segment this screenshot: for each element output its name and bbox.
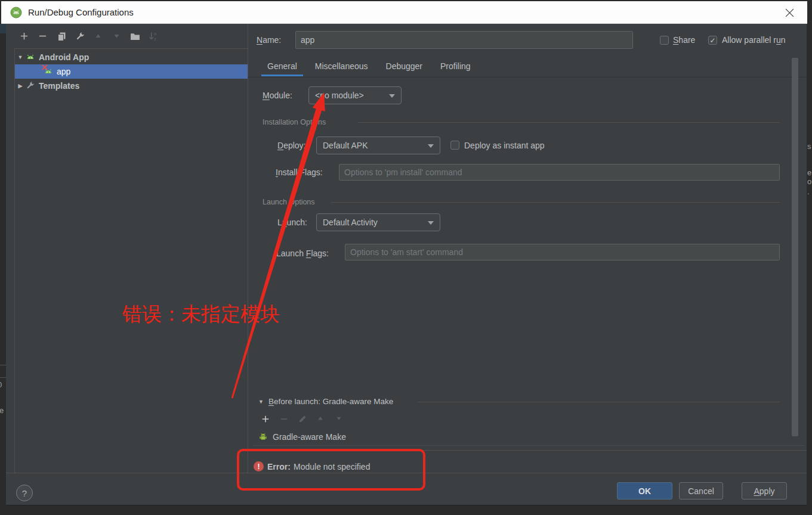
allow-parallel-run-label: Allow parallel run — [722, 35, 786, 45]
remove-icon[interactable] — [38, 31, 48, 41]
tab-debugger[interactable]: Debugger — [380, 58, 429, 76]
wrench-icon — [26, 81, 35, 91]
background-block — [0, 24, 6, 33]
before-launch-toolbar — [261, 415, 344, 424]
task-row-divider — [253, 445, 804, 446]
panel-divider — [248, 24, 248, 473]
android-error-icon — [44, 67, 53, 76]
move-up-icon[interactable] — [93, 31, 103, 41]
configurations-tree: ▼ Android App app ▶ Templates — [14, 48, 248, 473]
name-label: Name: — [257, 35, 281, 45]
configurations-toolbar: az — [19, 31, 159, 41]
installation-options-title: Installation Options — [263, 118, 326, 126]
background-text-fragment: o — [807, 177, 811, 186]
deploy-as-instant-app-label: Deploy as instant app — [464, 141, 545, 150]
before-launch-title: Before launch: Gradle-aware Make — [268, 397, 393, 406]
tab-underline-divider — [248, 77, 807, 77]
launch-dropdown[interactable]: Default Activity — [316, 213, 440, 231]
tab-profiling[interactable]: Profiling — [434, 58, 477, 76]
ok-button[interactable]: OK — [617, 482, 672, 500]
chinese-annotation-text: 错误：未指定模块 — [122, 301, 280, 328]
install-flags-label: Install Flags: — [276, 167, 323, 177]
name-input[interactable] — [295, 31, 633, 49]
module-dropdown[interactable]: <no module> — [308, 86, 402, 104]
tree-item-label: app — [57, 67, 70, 76]
before-launch-task-row[interactable]: Gradle-aware Make — [253, 429, 804, 445]
tree-item-label: Templates — [39, 81, 79, 91]
gradle-android-icon — [258, 432, 268, 442]
apply-button[interactable]: Apply — [742, 482, 787, 500]
chevron-down-icon — [428, 221, 434, 225]
background-text-fragment: s — [807, 142, 811, 151]
install-flags-input[interactable] — [339, 164, 780, 181]
chevron-right-icon[interactable]: ▶ — [15, 83, 26, 89]
chevron-down-icon[interactable]: ▼ — [15, 54, 26, 60]
edit-pencil-icon[interactable] — [298, 415, 307, 424]
before-launch-task-label: Gradle-aware Make — [273, 432, 346, 442]
add-icon[interactable] — [19, 31, 29, 41]
cancel-button[interactable]: Cancel — [679, 482, 723, 500]
error-x-overlay-icon — [42, 64, 48, 70]
launch-options-title: Launch Options — [263, 198, 315, 206]
tree-item-templates[interactable]: ▶ Templates — [15, 79, 248, 93]
chevron-down-icon — [428, 144, 434, 148]
remove-icon[interactable] — [280, 415, 289, 424]
chevron-down-icon — [389, 94, 395, 98]
background-divider — [0, 365, 6, 365]
help-button[interactable]: ? — [16, 485, 33, 501]
android-studio-icon — [10, 7, 22, 18]
tree-item-app-selected[interactable]: app — [15, 64, 248, 79]
android-icon — [26, 52, 35, 62]
launch-flags-label: Launch Flags: — [276, 249, 329, 258]
copy-icon[interactable] — [56, 31, 66, 41]
background-text-fragment: e — [807, 168, 811, 177]
run-debug-configurations-dialog: az ▼ Android App app ▶ — [6, 24, 807, 505]
section-divider — [418, 402, 780, 402]
tab-bar: General Miscellaneous Debugger Profiling — [261, 58, 477, 76]
move-down-icon[interactable] — [112, 31, 122, 41]
edit-defaults-wrench-icon[interactable] — [75, 31, 85, 41]
share-label: Share — [673, 35, 695, 45]
module-label: Module: — [263, 91, 292, 100]
allow-parallel-run-checkbox[interactable] — [708, 36, 717, 45]
vertical-scrollbar[interactable] — [792, 58, 798, 436]
background-text-fragment: le — [0, 406, 4, 415]
svg-text:z: z — [154, 36, 156, 41]
share-checkbox[interactable] — [660, 36, 669, 45]
background-text-fragment: . — [807, 187, 810, 196]
deploy-as-instant-app-checkbox[interactable] — [450, 141, 459, 150]
new-folder-icon[interactable] — [130, 31, 140, 41]
section-divider — [331, 202, 780, 203]
window-title: Run/Debug Configurations — [28, 7, 134, 17]
tab-general[interactable]: General — [261, 58, 303, 76]
tab-miscellaneous[interactable]: Miscellaneous — [309, 58, 374, 76]
launch-flags-input[interactable] — [345, 244, 780, 260]
background-text-fragment: 0 — [0, 380, 2, 389]
screen: 0 le s e o . Run/Debug Configurations — [0, 0, 812, 515]
move-up-icon[interactable] — [317, 415, 326, 424]
deploy-label: Deploy: — [277, 141, 305, 150]
close-icon[interactable] — [777, 1, 801, 24]
tree-item-label: Android App — [39, 52, 89, 62]
titlebar: Run/Debug Configurations — [1, 1, 807, 24]
add-icon[interactable] — [261, 415, 270, 424]
move-down-icon[interactable] — [335, 415, 344, 424]
red-highlight-box-annotation — [237, 449, 425, 491]
section-divider — [358, 122, 780, 123]
background-divider — [0, 377, 6, 378]
deploy-dropdown[interactable]: Default APK — [316, 136, 440, 154]
collapse-triangle-icon[interactable]: ▼ — [258, 399, 264, 405]
launch-label: Launch: — [277, 218, 307, 227]
tree-item-android-app[interactable]: ▼ Android App — [15, 50, 248, 64]
sort-alphabetically-icon[interactable]: az — [149, 31, 159, 41]
